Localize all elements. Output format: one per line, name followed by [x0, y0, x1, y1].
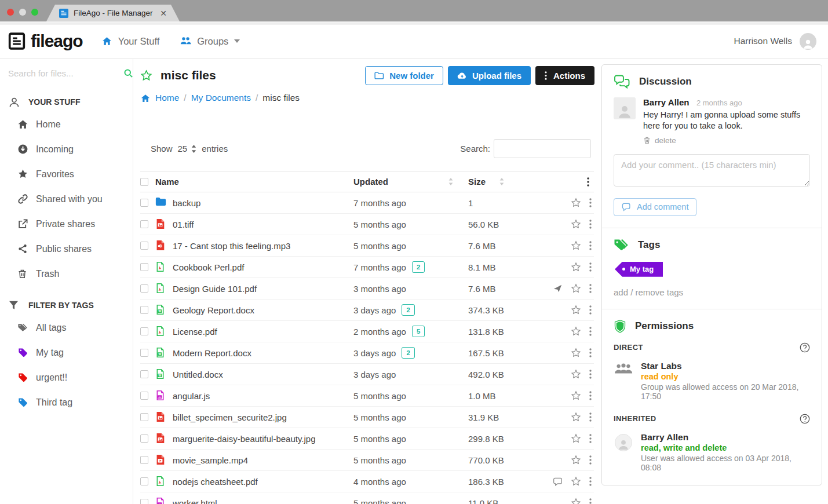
browser-tab[interactable]: FileAgo - File Manager ✕	[46, 5, 180, 21]
search-input[interactable]	[8, 68, 123, 78]
favorite-star-icon[interactable]	[571, 283, 581, 294]
row-menu-icon[interactable]	[589, 220, 592, 229]
favorite-star-icon[interactable]	[571, 198, 581, 208]
sidebar-item-public-shares[interactable]: Public shares	[0, 236, 133, 261]
row-menu-icon[interactable]	[589, 455, 592, 465]
table-row[interactable]: 17 - Cant stop this feeling.mp35 months …	[140, 235, 594, 257]
file-name[interactable]: angular.js	[173, 391, 353, 401]
table-row[interactable]: Cookbook Perl.pdf7 months ago28.1 MB	[140, 257, 594, 278]
select-all-checkbox[interactable]	[140, 178, 148, 186]
sidebar-item-favorites[interactable]: Favorites	[0, 162, 133, 187]
sidebar-item-trash[interactable]: Trash	[0, 261, 133, 286]
table-row[interactable]: WModern Report.docx3 days ago2167.5 KB	[140, 342, 594, 364]
sidebar-item-incoming[interactable]: Incoming	[0, 137, 133, 162]
table-row[interactable]: nodejs cheatsheet.pdf4 months ago186.3 K…	[140, 471, 594, 492]
table-row[interactable]: backup7 months ago1	[140, 192, 594, 214]
row-menu-icon[interactable]	[589, 498, 592, 504]
help-icon[interactable]	[800, 414, 810, 424]
row-menu-icon[interactable]	[589, 241, 592, 250]
table-row[interactable]: WGeology Report.docx3 days ago2374.3 KB	[140, 300, 594, 321]
favorite-star-icon[interactable]	[571, 219, 581, 229]
search-icon[interactable]	[123, 68, 133, 78]
favorite-star-icon[interactable]	[571, 348, 581, 358]
table-row[interactable]: </>angular.js5 months ago1.0 MB	[140, 385, 594, 407]
row-menu-icon[interactable]	[589, 348, 592, 357]
user-menu[interactable]: Harrison Wells	[734, 33, 817, 50]
close-window-button[interactable]	[7, 9, 14, 16]
row-menu-icon[interactable]	[589, 391, 592, 400]
file-name[interactable]: nodejs cheatsheet.pdf	[173, 477, 353, 487]
file-name[interactable]: 17 - Cant stop this feeling.mp3	[173, 241, 353, 251]
file-name[interactable]: 01.tiff	[173, 220, 353, 229]
table-header-menu-icon[interactable]	[544, 177, 594, 187]
row-checkbox[interactable]	[140, 220, 148, 228]
add-comment-button[interactable]: Add comment	[614, 198, 696, 216]
row-menu-icon[interactable]	[589, 327, 592, 336]
row-checkbox[interactable]	[140, 370, 148, 378]
row-menu-icon[interactable]	[589, 198, 592, 207]
new-folder-button[interactable]: New folder	[365, 66, 443, 85]
row-menu-icon[interactable]	[589, 434, 592, 443]
table-row[interactable]: </>worker.html5 months ago11.0 KB	[140, 492, 594, 504]
file-name[interactable]: movie_sample.mp4	[173, 455, 353, 465]
sidebar-item-home[interactable]: Home	[0, 112, 133, 137]
breadcrumb-home[interactable]: Home	[155, 93, 179, 103]
row-checkbox[interactable]	[140, 499, 148, 504]
row-checkbox[interactable]	[140, 306, 148, 314]
add-remove-tags-link[interactable]: add / remove tags	[614, 287, 810, 297]
help-icon[interactable]	[800, 342, 810, 353]
favorite-star-icon[interactable]	[571, 498, 581, 504]
row-checkbox[interactable]	[140, 199, 148, 207]
row-checkbox[interactable]	[140, 413, 148, 421]
breadcrumb-my-documents[interactable]: My Documents	[191, 93, 251, 103]
delete-comment-button[interactable]: delete	[643, 136, 817, 145]
row-menu-icon[interactable]	[589, 412, 592, 422]
favorite-star-icon[interactable]	[140, 70, 152, 82]
favorite-star-icon[interactable]	[571, 240, 581, 251]
file-name[interactable]: worker.html	[173, 498, 353, 504]
row-checkbox[interactable]	[140, 349, 148, 357]
row-menu-icon[interactable]	[589, 284, 592, 293]
table-row[interactable]: 01.tiff5 months ago56.0 KB	[140, 214, 594, 235]
row-menu-icon[interactable]	[589, 477, 592, 486]
file-name[interactable]: Geology Report.docx	[173, 305, 353, 315]
sidebar-item-third-tag[interactable]: Third tag	[0, 390, 133, 415]
table-row[interactable]: Design Guide 101.pdf3 months ago7.6 MB	[140, 278, 594, 300]
row-menu-icon[interactable]	[589, 262, 592, 272]
fileago-logo[interactable]: fileago	[8, 31, 83, 51]
sort-icon[interactable]	[448, 178, 453, 185]
file-name[interactable]: Untitled.docx	[173, 370, 353, 379]
favorite-star-icon[interactable]	[571, 305, 581, 315]
favorite-star-icon[interactable]	[571, 326, 581, 337]
favorite-star-icon[interactable]	[571, 369, 581, 379]
row-checkbox[interactable]	[140, 434, 148, 443]
breadcrumb-home-icon[interactable]	[140, 93, 151, 103]
row-checkbox[interactable]	[140, 477, 148, 485]
favorite-star-icon[interactable]	[571, 476, 581, 487]
file-name[interactable]: License.pdf	[173, 327, 353, 337]
comment-input[interactable]	[614, 154, 810, 187]
row-checkbox[interactable]	[140, 284, 148, 293]
favorite-star-icon[interactable]	[571, 390, 581, 401]
maximize-window-button[interactable]	[31, 9, 38, 16]
file-name[interactable]: billet_specimen_securite2.jpg	[173, 412, 353, 422]
sidebar-item-private-shares[interactable]: Private shares	[0, 211, 133, 236]
favorite-star-icon[interactable]	[571, 455, 581, 465]
tab-close-icon[interactable]: ✕	[160, 9, 167, 17]
file-name[interactable]: Modern Report.docx	[173, 348, 353, 358]
table-row[interactable]: billet_specimen_securite2.jpg5 months ag…	[140, 407, 594, 428]
actions-button[interactable]: Actions	[535, 66, 594, 85]
row-checkbox[interactable]	[140, 392, 148, 400]
sidebar-item-shared-with-you[interactable]: Shared with you	[0, 187, 133, 211]
table-row[interactable]: marguerite-daisy-beautiful-beauty.jpg5 m…	[140, 428, 594, 450]
upload-files-button[interactable]: Upload files	[448, 66, 531, 85]
row-checkbox[interactable]	[140, 263, 148, 271]
column-size[interactable]: Size	[468, 177, 486, 187]
file-name[interactable]: backup	[173, 198, 353, 208]
file-name[interactable]: Cookbook Perl.pdf	[173, 262, 353, 272]
table-row[interactable]: WUntitled.docx3 days ago492.0 KB	[140, 364, 594, 385]
column-name[interactable]: Name	[155, 177, 353, 187]
table-row[interactable]: movie_sample.mp45 months ago770.0 KB	[140, 450, 594, 471]
favorite-star-icon[interactable]	[571, 412, 581, 422]
nav-groups[interactable]: Groups	[180, 36, 240, 47]
